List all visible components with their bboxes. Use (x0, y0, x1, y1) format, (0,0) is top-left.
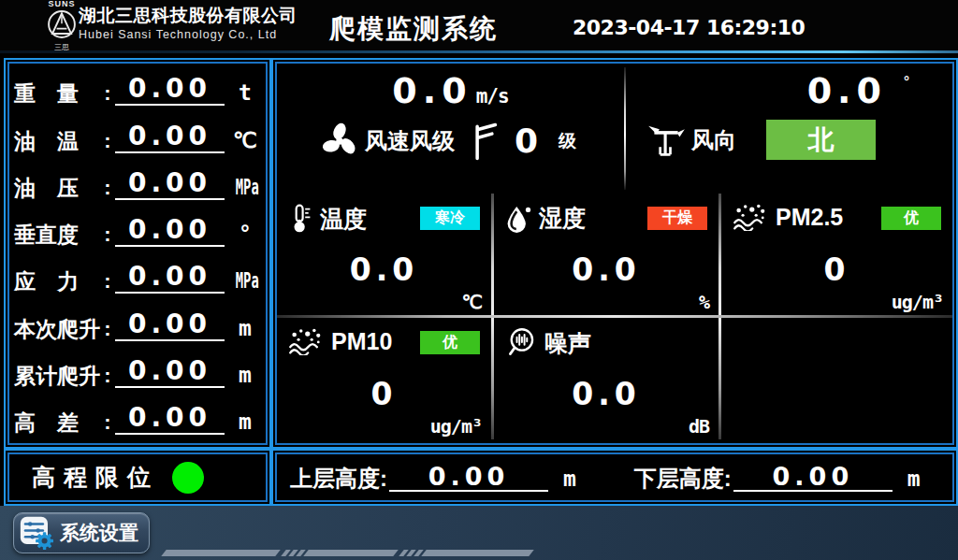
row-value: 0.00 (115, 263, 225, 294)
thermometer-icon (288, 203, 312, 235)
wind-level-unit: 级 (559, 129, 576, 153)
row-value: 0.00 (115, 404, 225, 435)
wind-direction-label: 风向 (691, 125, 736, 155)
wind-vane-icon (646, 123, 686, 157)
row-value: 0.00 (115, 357, 225, 388)
row-total-climb: 累计爬升 : 0.00 m (14, 348, 261, 395)
sensor-label: 噪声 (544, 328, 591, 359)
row-value: 0.00 (115, 75, 225, 106)
row-colon: : (102, 269, 113, 294)
row-value: 0.00 (115, 122, 225, 153)
row-colon: : (102, 129, 113, 153)
elevation-limit-panel: 高程限位 (4, 449, 271, 506)
environment-panel: 0.0m/s 风速风级 (271, 58, 958, 449)
suns-logo-icon (46, 8, 78, 40)
bottom-toolbar: 系统设置 (0, 506, 958, 560)
row-unit: MPa (236, 174, 254, 200)
row-stress: 应 力 : 0.00 MPa (14, 253, 261, 300)
sensor-label: PM2.5 (776, 204, 843, 231)
settings-sliders-gear-icon (20, 516, 53, 550)
header-divider (0, 50, 958, 53)
row-colon: : (102, 81, 113, 106)
wind-direction-button[interactable]: 北 (766, 120, 876, 160)
wind-speed-label: 风速风级 (365, 126, 455, 156)
wind-direction-block: 0.0 ° 风向 北 (626, 64, 952, 194)
droplet-icon (505, 204, 531, 234)
sensor-unit: ug/m³ (892, 291, 943, 313)
row-oil-pressure: 油 压 : 0.00 MPa (14, 160, 261, 207)
row-weight: 重 量 : 0.00 t (14, 65, 261, 112)
sensor-value: 0.0 (277, 251, 491, 288)
fan-icon (320, 122, 359, 161)
row-unit: ℃ (229, 127, 261, 153)
upper-height-value: 0.00 (389, 463, 548, 492)
sensor-cell-temperature: 温度 寒冷 0.0 ℃ (277, 194, 491, 315)
sensor-unit: ug/m³ (430, 415, 482, 438)
elevation-limit-label: 高程限位 (32, 462, 159, 493)
sensor-value: 0.0 (494, 376, 718, 412)
row-value: 0.00 (115, 310, 225, 341)
row-colon: : (102, 223, 113, 247)
measurement-rows: 重 量 : 0.00 t 油 温 : 0.00 ℃ 油 压 : 0.00 MPa… (9, 64, 266, 443)
page-title: 爬模监测系统 (329, 11, 498, 47)
lower-height-value: 0.00 (733, 463, 893, 492)
layer-height-panel: 上层高度: 0.00 m 下层高度: 0.00 m (271, 449, 958, 506)
sensor-cell-pm25: PM2.5 优 0 ug/m³ (721, 194, 952, 315)
row-label: 本次爬升 (14, 317, 102, 341)
status-badge: 寒冷 (420, 207, 480, 230)
sensor-unit: dB (689, 415, 709, 438)
row-colon: : (102, 364, 113, 388)
lower-height-unit: m (907, 466, 921, 492)
wind-speed-value: 0.0 (392, 70, 472, 111)
row-unit: m (229, 409, 261, 435)
row-value: 0.00 (115, 216, 225, 247)
row-height-diff: 高 差 : 0.00 m (14, 395, 261, 441)
screen: SUNS 三思 湖北三思科技股份有限公司 Hubei Sansi Technol… (0, 0, 958, 560)
wind-level-value: 0 (515, 122, 538, 160)
row-label: 油 温 (14, 129, 102, 153)
noise-icon (505, 327, 537, 359)
wind-speed-unit: m/s (476, 85, 509, 108)
dust-icon (733, 203, 768, 231)
row-colon: : (102, 410, 113, 435)
sensor-cell-empty (721, 318, 952, 439)
wind-direction-value: 0.0 (807, 71, 887, 110)
row-colon: : (102, 317, 113, 341)
row-label: 垂直度 (14, 223, 102, 247)
row-label: 油 压 (14, 176, 102, 200)
row-unit: ° (229, 221, 261, 247)
row-verticality: 垂直度 : 0.00 ° (14, 207, 261, 253)
system-settings-button[interactable]: 系统设置 (13, 512, 150, 553)
row-unit: t (229, 79, 261, 106)
row-current-climb: 本次爬升 : 0.00 m (14, 300, 261, 347)
row-label: 重 量 (14, 81, 102, 106)
status-badge: 优 (881, 207, 941, 230)
company-name-en: Hubei Sansi Technology Co., Ltd (79, 27, 298, 43)
measurement-panel: 重 量 : 0.00 t 油 温 : 0.00 ℃ 油 压 : 0.00 MPa… (4, 58, 271, 449)
sensor-unit: % (699, 291, 709, 313)
sensor-cell-humidity: 湿度 干燥 0.0 % (494, 194, 718, 315)
elevation-limit-indicator (172, 462, 204, 494)
upper-height-unit: m (563, 466, 576, 492)
header: SUNS 三思 湖北三思科技股份有限公司 Hubei Sansi Technol… (0, 0, 958, 50)
sensor-grid: 温度 寒冷 0.0 ℃ 湿度 干 (277, 194, 952, 439)
sensor-value: 0 (721, 251, 952, 288)
row-unit: m (229, 362, 261, 388)
wind-section: 0.0m/s 风速风级 (277, 64, 952, 194)
sensor-cell-noise: 噪声 0.0 dB (494, 318, 718, 439)
system-settings-label: 系统设置 (60, 520, 138, 546)
dust-icon (288, 327, 324, 355)
row-oil-temp: 油 温 : 0.00 ℃ (14, 112, 261, 159)
row-unit: MPa (236, 267, 254, 294)
row-label: 应 力 (14, 269, 102, 294)
sensor-label: 湿度 (539, 203, 586, 234)
company-name: 湖北三思科技股份有限公司 Hubei Sansi Technology Co.,… (79, 5, 298, 43)
sensor-value: 0 (277, 376, 491, 412)
row-label: 累计爬升 (14, 364, 102, 388)
wind-direction-unit: ° (904, 73, 909, 89)
status-badge: 优 (420, 331, 480, 354)
row-unit: m (229, 315, 261, 341)
row-value: 0.00 (115, 169, 225, 200)
lower-height-group: 下层高度: 0.00 m (634, 463, 921, 492)
lower-height-label: 下层高度: (634, 466, 732, 492)
